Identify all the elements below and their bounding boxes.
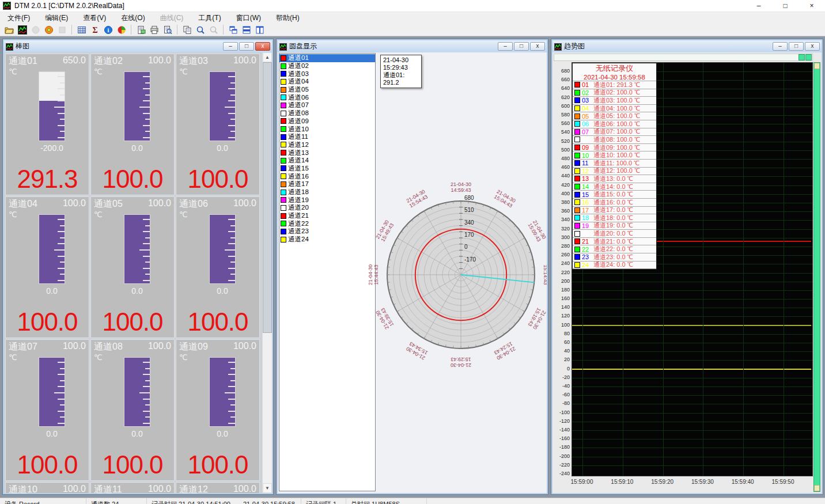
tile-vertical-button[interactable] bbox=[253, 24, 266, 36]
hscroll-end-icon[interactable] bbox=[805, 54, 812, 60]
bar-close-button[interactable]: x bbox=[255, 42, 270, 51]
statistics-sigma-button[interactable]: Σ bbox=[89, 24, 101, 36]
channel-list-item[interactable]: 通道11 bbox=[279, 133, 375, 141]
export-data-button[interactable] bbox=[135, 24, 147, 36]
trend-minimize-button[interactable]: – bbox=[773, 42, 788, 51]
zoom-button[interactable] bbox=[194, 24, 206, 36]
gauge-tick-mark bbox=[58, 113, 65, 114]
menu-item-view[interactable]: 查看(V) bbox=[75, 12, 113, 24]
disc-window-titlebar[interactable]: 圆盘显示 – □ x bbox=[278, 40, 547, 52]
channel-list-item[interactable]: 通道05 bbox=[279, 86, 375, 94]
legend-color-swatch bbox=[574, 113, 580, 119]
channel-list-item[interactable]: 通道12 bbox=[279, 141, 375, 149]
channel-list-item[interactable]: 通道03 bbox=[279, 70, 375, 78]
trend-vertical-gridline bbox=[703, 63, 703, 476]
trend-restore-button[interactable]: □ bbox=[789, 42, 804, 51]
channel-list-item[interactable]: 通道06 bbox=[279, 93, 375, 101]
channel-list-item[interactable]: 通道14 bbox=[279, 157, 375, 165]
bar-minimize-button[interactable]: – bbox=[223, 42, 238, 51]
channel-list-item[interactable]: 通道02 bbox=[279, 62, 375, 70]
legend-channel-number: 16 bbox=[582, 199, 592, 206]
channel-list-item[interactable]: 通道22 bbox=[279, 219, 375, 228]
channel-list-item[interactable]: 通道23 bbox=[279, 228, 375, 236]
menu-item-help[interactable]: 帮助(H) bbox=[268, 12, 307, 24]
menu-item-window[interactable]: 窗口(W) bbox=[229, 12, 268, 24]
channel-list-item[interactable]: 通道21 bbox=[279, 212, 375, 220]
realtime-data-button[interactable] bbox=[16, 24, 28, 36]
trend-window-titlebar[interactable]: 趋势图 – □ x bbox=[552, 40, 822, 52]
legend-color-swatch bbox=[574, 145, 580, 150]
bar-window-titlebar[interactable]: 棒图 – □ x bbox=[4, 40, 272, 52]
channel-list-item[interactable]: 通道07 bbox=[279, 101, 375, 109]
disc-minimize-button[interactable]: – bbox=[498, 42, 513, 51]
record-pause-button[interactable] bbox=[43, 24, 55, 36]
trend-horizontal-scrollbar[interactable] bbox=[554, 54, 813, 61]
print-preview-button[interactable] bbox=[161, 24, 173, 36]
disc-close-button[interactable]: x bbox=[530, 42, 545, 51]
channel-list-item[interactable]: 通道15 bbox=[279, 165, 375, 173]
legend-channel-number: 17 bbox=[582, 207, 592, 214]
data-table-button[interactable] bbox=[75, 24, 88, 36]
menu-item-edit[interactable]: 编辑(E) bbox=[37, 12, 75, 24]
channel-list-item[interactable]: 通道19 bbox=[279, 196, 375, 204]
gauge-max-label: 100.0 bbox=[148, 198, 171, 210]
channel-list-item[interactable]: 通道13 bbox=[279, 149, 375, 157]
menu-item-tools[interactable]: 工具(T) bbox=[191, 12, 228, 24]
vscroll-bottom-cap[interactable] bbox=[814, 485, 820, 491]
open-file-button[interactable] bbox=[3, 24, 15, 36]
bar-window-title: 棒图 bbox=[16, 41, 29, 51]
legend-channel-number: 10 bbox=[582, 152, 592, 159]
print-button[interactable] bbox=[148, 24, 160, 36]
channel-list-item[interactable]: 通道09 bbox=[279, 118, 375, 126]
maximize-button[interactable]: □ bbox=[772, 0, 798, 12]
bar-chart-window: 棒图 – □ x 通道01650.0℃-200.0291.3通道02100.0℃… bbox=[3, 39, 273, 494]
channel-list-item[interactable]: 通道18 bbox=[279, 188, 375, 196]
vscroll-top-cap[interactable] bbox=[814, 63, 820, 69]
disc-restore-button[interactable]: □ bbox=[514, 42, 529, 51]
legend-color-swatch bbox=[574, 215, 580, 221]
copy-button[interactable] bbox=[181, 24, 193, 36]
menu-item-online[interactable]: 在线(O) bbox=[113, 12, 152, 24]
scroll-down-icon[interactable]: ▼ bbox=[263, 483, 272, 493]
channel-list-item[interactable]: 通道08 bbox=[279, 109, 375, 118]
channel-color-swatch bbox=[281, 237, 286, 242]
trend-vertical-scrollbar[interactable] bbox=[813, 62, 820, 492]
disc-window-title: 圆盘显示 bbox=[289, 41, 317, 51]
close-button[interactable]: × bbox=[798, 0, 825, 12]
channel-color-swatch bbox=[281, 103, 286, 108]
gauge-tick-mark bbox=[58, 374, 65, 375]
channel-list-item[interactable]: 通道24 bbox=[279, 236, 375, 244]
bar-restore-button[interactable]: □ bbox=[239, 42, 254, 51]
gauge-tick-mark bbox=[228, 231, 235, 232]
menu-item-file[interactable]: 文件(F) bbox=[0, 12, 37, 24]
polar-time-label-date: 21-04-30 bbox=[444, 181, 478, 187]
trend-close-button[interactable]: x bbox=[805, 42, 820, 51]
info-button[interactable]: i bbox=[102, 24, 114, 36]
gauge-tick-mark bbox=[228, 76, 235, 77]
tile-horizontal-button[interactable] bbox=[240, 24, 252, 36]
gauge-tick-mark bbox=[143, 256, 150, 257]
gauge-scrollbar[interactable]: ▲ ▼ bbox=[262, 52, 272, 493]
pie-chart-button[interactable] bbox=[115, 24, 127, 36]
gauge-tick-mark bbox=[58, 231, 65, 232]
menu-item-curve[interactable]: 曲线(C) bbox=[153, 12, 191, 24]
trend-series-line bbox=[572, 325, 811, 326]
trend-y-tick-label: 220 bbox=[554, 270, 570, 275]
scroll-thumb[interactable] bbox=[263, 62, 272, 333]
channel-list-item[interactable]: 通道01 bbox=[279, 54, 375, 62]
gauge-tick-mark bbox=[228, 219, 235, 220]
channel-list-item[interactable]: 通道04 bbox=[279, 78, 375, 86]
trend-x-tick-label: 15:59:30 bbox=[691, 479, 714, 485]
trend-vertical-gridline bbox=[743, 63, 744, 476]
cascade-windows-button[interactable] bbox=[227, 24, 239, 36]
channel-list-item[interactable]: 通道10 bbox=[279, 125, 375, 133]
gauge-tick-mark bbox=[230, 82, 235, 84]
minimize-button[interactable]: – bbox=[745, 0, 772, 12]
channel-list-item[interactable]: 通道17 bbox=[279, 180, 375, 188]
channel-list-item[interactable]: 通道16 bbox=[279, 172, 375, 180]
channel-list-item[interactable]: 通道20 bbox=[279, 204, 375, 212]
hscroll-thumb-icon[interactable] bbox=[798, 54, 805, 60]
scroll-up-icon[interactable]: ▲ bbox=[263, 52, 272, 62]
channel-color-swatch bbox=[281, 71, 286, 77]
gauge-tick-mark bbox=[139, 249, 150, 251]
